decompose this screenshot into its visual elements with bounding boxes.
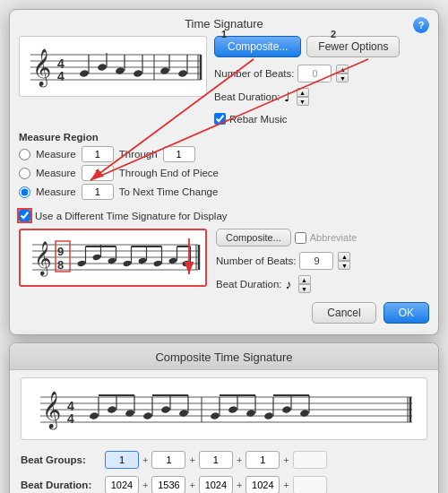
dur-plus-3: +	[237, 480, 242, 490]
measure-label-1: Measure	[36, 149, 76, 160]
diff-sig-row: Use a Different Time Signature for Displ…	[10, 206, 438, 225]
beat-group-input-1[interactable]	[105, 451, 139, 469]
measure-input-2[interactable]	[82, 165, 114, 181]
annotation-2: 2	[331, 29, 336, 39]
top-button-row: 1 2 Composite... Fewer Options	[214, 36, 429, 57]
num-beats-up[interactable]: ▲	[336, 65, 349, 74]
plus-4: +	[283, 454, 289, 465]
notation-svg-top: 𝄞 4 4	[22, 37, 205, 96]
beat-groups-row: Beat Groups: + + + +	[10, 447, 438, 472]
num-beats-down[interactable]: ▼	[336, 74, 349, 82]
measure-radio-1[interactable]	[19, 149, 30, 160]
note-symbol-bottom: ♪	[286, 277, 292, 291]
measure-region-title: Measure Region	[19, 132, 429, 143]
measure-input-1[interactable]	[82, 146, 114, 162]
note-symbol-top: ♩	[284, 90, 290, 104]
num-beats-label-2: Number of Beats:	[216, 255, 296, 266]
sub-notation-preview: 𝄞 4 4	[21, 377, 427, 440]
num-beats-row-2: Number of Beats: ▲ ▼	[216, 252, 429, 270]
right-controls-bottom: Composite... Abbreviate Number of Beats:…	[216, 229, 429, 293]
beat-dur-input-2[interactable]	[151, 476, 185, 493]
svg-point-88	[263, 411, 273, 419]
beat-dur-up-2[interactable]: ▲	[298, 275, 311, 284]
svg-point-39	[123, 260, 132, 267]
svg-text:9: 9	[57, 245, 64, 258]
beat-group-input-2[interactable]	[151, 451, 185, 469]
action-row-main: Cancel OK	[10, 297, 438, 324]
num-beats-up-2[interactable]: ▲	[338, 252, 350, 261]
measure-label-2: Measure	[36, 168, 76, 178]
through-input-1[interactable]	[163, 146, 195, 162]
svg-point-8	[79, 69, 89, 77]
plus-3: +	[237, 454, 242, 465]
fewer-options-button[interactable]: Fewer Options	[306, 36, 400, 57]
beat-group-input-5[interactable]	[293, 451, 327, 469]
sub-dialog-title: Composite Time Signature	[10, 343, 438, 370]
beat-duration-stepper-top: ▲ ▼	[297, 88, 309, 106]
annotation-1: 1	[221, 29, 227, 39]
rebar-row: Rebar Music	[214, 113, 429, 125]
display-section: 𝄞 9 8	[10, 225, 438, 297]
beat-dur-input-3[interactable]	[199, 476, 233, 493]
measure-radio-2[interactable]	[19, 168, 30, 179]
beat-duration-stepper-2: ▲ ▼	[298, 275, 311, 293]
svg-point-73	[142, 411, 152, 419]
measure-row-3: Measure To Next Time Change	[19, 184, 429, 200]
help-button-main[interactable]: ?	[413, 17, 429, 33]
through-label-1: Through	[119, 149, 158, 160]
svg-point-19	[177, 69, 187, 77]
svg-point-32	[77, 260, 86, 267]
composite-button-top[interactable]: Composite...	[214, 36, 301, 57]
beat-group-input-3[interactable]	[199, 451, 233, 469]
sub-notation-svg: 𝄞 4 4	[31, 379, 417, 438]
measure-input-3[interactable]	[82, 184, 114, 200]
beat-group-input-4[interactable]	[246, 451, 280, 469]
svg-point-68	[107, 405, 116, 413]
abbreviate-label: Abbreviate	[310, 232, 358, 243]
main-dialog: Time Signature ? 𝄞 4 4	[9, 9, 439, 335]
cancel-button-main[interactable]: Cancel	[312, 302, 375, 324]
beat-dur-up-top[interactable]: ▲	[297, 88, 309, 97]
beat-groups-label: Beat Groups:	[21, 454, 101, 465]
beat-dur-input-1[interactable]	[105, 476, 139, 493]
diff-sig-checkbox[interactable]	[19, 210, 30, 221]
beat-duration-label-sub: Beat Duration:	[21, 480, 101, 490]
measure-radio-3[interactable]	[19, 186, 30, 198]
svg-text:𝄞: 𝄞	[42, 391, 61, 430]
num-beats-down-2[interactable]: ▼	[338, 261, 350, 270]
sub-dialog: Composite Time Signature 𝄞 4 4	[9, 342, 439, 493]
svg-point-10	[97, 63, 107, 71]
beat-duration-label-top: Beat Duration:	[214, 91, 280, 102]
num-beats-input-2[interactable]	[299, 252, 333, 270]
to-next-label: To Next Time Change	[119, 186, 219, 197]
svg-point-14	[133, 69, 142, 77]
num-beats-input[interactable]	[297, 65, 332, 82]
plus-2: +	[189, 454, 194, 465]
composite-button-bottom[interactable]: Composite...	[216, 229, 291, 246]
svg-text:𝄞: 𝄞	[32, 48, 51, 88]
beat-duration-row-2: Beat Duration: ♪ ▲ ▼	[216, 275, 429, 293]
beat-dur-input-5[interactable]	[293, 476, 327, 493]
beat-dur-down-top[interactable]: ▼	[297, 97, 309, 106]
svg-text:4: 4	[57, 69, 65, 83]
svg-point-83	[228, 405, 237, 413]
ok-button-main[interactable]: OK	[383, 302, 429, 324]
num-beats-label: Number of Beats:	[214, 68, 294, 79]
beat-dur-input-4[interactable]	[246, 476, 280, 493]
rebar-label: Rebar Music	[229, 114, 288, 125]
abbreviate-checkbox[interactable]	[295, 232, 306, 244]
plus-1: +	[142, 454, 148, 465]
top-section: 𝄞 4 4	[10, 36, 438, 125]
diff-sig-label: Use a Different Time Signature for Displ…	[35, 211, 228, 221]
measure-row-2: Measure Through End of Piece	[19, 165, 429, 181]
svg-text:𝄞: 𝄞	[34, 241, 52, 277]
measure-row-1: Measure Through	[19, 146, 429, 162]
through-end-label: Through End of Piece	[119, 168, 219, 178]
rebar-checkbox[interactable]	[214, 113, 226, 125]
dur-plus-2: +	[189, 480, 194, 490]
beat-dur-down-2[interactable]: ▼	[298, 284, 311, 293]
svg-point-75	[160, 405, 170, 413]
svg-point-81	[210, 411, 220, 419]
svg-text:4: 4	[67, 411, 74, 426]
abbreviate-row: Composite... Abbreviate	[216, 229, 429, 246]
